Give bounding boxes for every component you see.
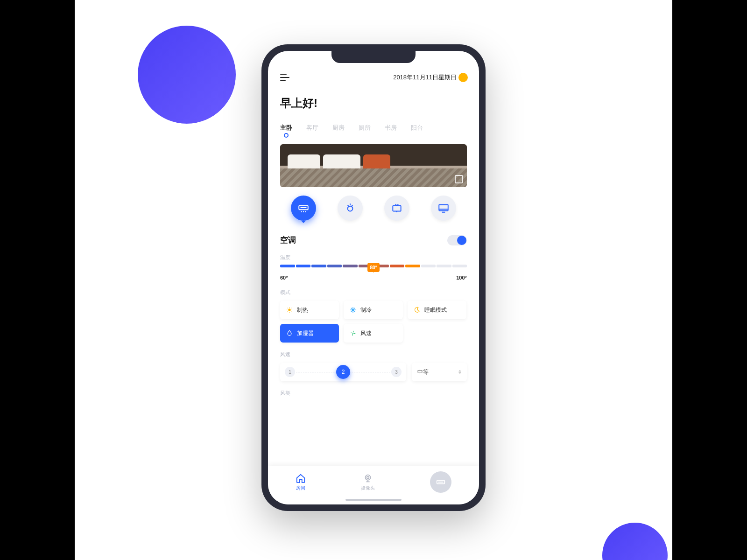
phone-frame: 2018年11月11日星期日 早上好! 主卧客厅厨房厕所书房阳台 空调 [261,44,486,511]
fan-step-3[interactable]: 3 [391,367,402,377]
chevron-updown-icon [458,369,461,375]
section-title: 空调 [280,235,296,245]
nav-camera[interactable]: 摄像头 [361,473,375,491]
greeting-title: 早上好! [280,96,467,111]
decor-circle-bottom [602,523,668,560]
svg-point-5 [352,333,354,334]
device-pc[interactable] [431,196,456,221]
temperature-handle[interactable]: 80° [367,263,380,272]
tv-icon [391,202,403,214]
decor-circle-top [138,26,236,124]
bottom-nav: 房间 摄像头 [268,466,479,504]
date-text: 2018年11月11日星期日 [393,73,457,82]
mode-humid[interactable]: 加湿器 [280,324,339,343]
heat-icon [286,306,293,314]
fan-selector-label: 中等 [417,368,429,376]
home-icon [296,473,306,483]
device-ac[interactable] [291,196,316,221]
nav-rooms[interactable]: 房间 [296,473,306,491]
fan-step-slider[interactable]: 123 [280,363,406,381]
mode-fan[interactable]: 风速 [344,324,402,343]
pc-icon [437,202,450,214]
svg-point-4 [288,308,290,311]
tab-0[interactable]: 主卧 [280,124,292,138]
header-date: 2018年11月11日星期日 [393,73,467,82]
expand-icon[interactable] [455,175,463,183]
cool-icon [349,306,357,314]
mode-cool[interactable]: 制冷 [344,301,402,319]
fan-selector[interactable]: 中等 [412,363,467,381]
svg-rect-3 [439,204,448,210]
light-icon [344,202,356,214]
svg-point-7 [367,476,369,478]
fan-step-1[interactable]: 1 [285,367,295,377]
device-light[interactable] [338,196,363,221]
temperature-label: 温度 [280,254,467,261]
tab-3[interactable]: 厕所 [359,124,371,138]
temp-min: 60° [280,275,288,280]
room-tabs: 主卧客厅厨房厕所书房阳台 [280,124,467,138]
mode-heat[interactable]: 制热 [280,301,339,319]
mode-sleep[interactable]: 睡眠模式 [408,301,466,319]
svg-point-6 [366,475,371,480]
menu-button[interactable] [280,74,290,81]
tab-1[interactable]: 客厅 [306,124,318,138]
wind-label: 风类 [280,390,467,397]
ac-icon [436,477,446,487]
camera-icon [363,473,373,483]
tab-4[interactable]: 书房 [385,124,397,138]
room-image[interactable] [280,144,467,187]
nav-camera-label: 摄像头 [361,485,375,491]
device-tv[interactable] [384,196,409,221]
nav-fab-button[interactable] [430,471,451,493]
ac-icon [297,202,310,214]
phone-notch [331,51,416,63]
device-row [280,196,467,221]
sun-icon [459,74,467,81]
mode-label: 模式 [280,289,467,296]
tab-2[interactable]: 厨房 [332,124,345,138]
temp-max: 100° [456,275,467,280]
nav-rooms-label: 房间 [296,485,305,491]
sleep-icon [413,306,421,314]
temperature-slider[interactable]: 80° 60° 100° [280,265,467,280]
humid-icon [286,329,293,337]
power-toggle[interactable] [447,235,467,245]
fan-label: 风速 [280,351,467,358]
mode-grid: 制热制冷睡眠模式加湿器风速 [280,301,467,343]
fan-icon [349,329,357,337]
fan-step-2[interactable]: 2 [336,365,350,379]
svg-rect-2 [393,206,401,211]
svg-point-1 [348,206,353,211]
tab-5[interactable]: 阳台 [411,124,423,138]
home-indicator [345,499,402,501]
